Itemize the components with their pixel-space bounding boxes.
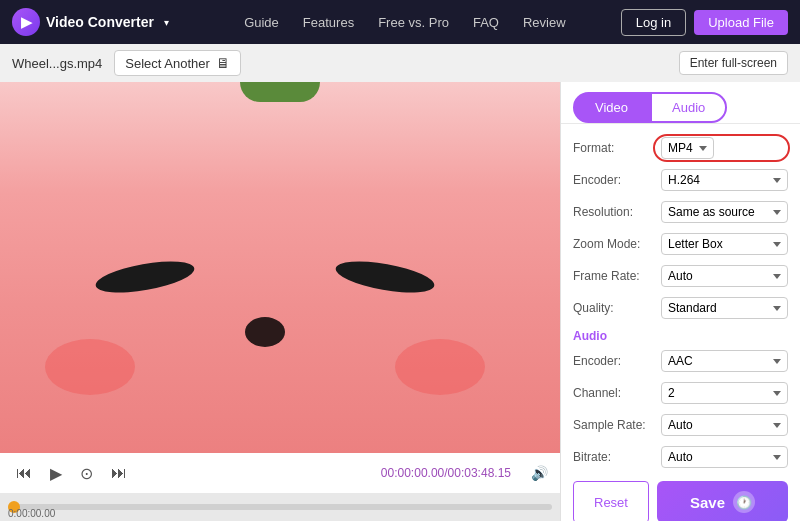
video-preview <box>0 82 560 453</box>
app-name: Video Converter <box>46 14 154 30</box>
samplerate-select[interactable]: Auto <box>661 414 788 436</box>
time-total: 00:03:48.15 <box>448 466 511 480</box>
upload-file-button[interactable]: Upload File <box>694 10 788 35</box>
framerate-select[interactable]: Auto <box>661 265 788 287</box>
save-button[interactable]: Save 🕐 <box>657 481 788 521</box>
stop-button[interactable]: ⊙ <box>76 462 97 485</box>
encoder-select[interactable]: H.264 <box>661 169 788 191</box>
samplerate-row: Sample Rate: Auto <box>561 409 800 441</box>
fullscreen-button[interactable]: Enter full-screen <box>679 51 788 75</box>
bitrate-row: Bitrate: Auto <box>561 441 800 473</box>
tab-row: Video Audio <box>561 82 800 124</box>
resolution-row: Resolution: Same as source <box>561 196 800 228</box>
progress-track[interactable] <box>8 504 552 510</box>
bitrate-select[interactable]: Auto <box>661 446 788 468</box>
encoder-label: Encoder: <box>573 173 653 187</box>
format-select[interactable]: MP4 <box>661 137 714 159</box>
encoder-row: Encoder: H.264 <box>561 164 800 196</box>
quality-row: Quality: Standard <box>561 292 800 324</box>
video-frame <box>0 82 560 453</box>
file-name-label: Wheel...gs.mp4 <box>12 56 102 71</box>
monitor-icon: 🖥 <box>216 55 230 71</box>
bottom-actions: Reset Save 🕐 <box>561 473 800 521</box>
nav-link-review[interactable]: Review <box>523 15 566 30</box>
select-another-label: Select Another <box>125 56 210 71</box>
nav-links: Guide Features Free vs. Pro FAQ Review <box>189 15 621 30</box>
player-controls: ⏮ ▶ ⊙ ⏭ 00:00:00.00/00:03:48.15 🔊 <box>0 453 560 493</box>
audio-encoder-select[interactable]: AAC <box>661 350 788 372</box>
channel-select[interactable]: 2 <box>661 382 788 404</box>
rewind-button[interactable]: ⏮ <box>12 462 36 484</box>
format-wrapper: MP4 <box>661 137 788 159</box>
format-row: Format: MP4 <box>561 132 800 164</box>
zoom-label: Zoom Mode: <box>573 237 653 251</box>
svg-point-4 <box>395 339 485 395</box>
samplerate-label: Sample Rate: <box>573 418 653 432</box>
format-label: Format: <box>573 141 653 155</box>
audio-encoder-row: Encoder: AAC <box>561 345 800 377</box>
channel-row: Channel: 2 <box>561 377 800 409</box>
nav-dropdown-icon[interactable]: ▾ <box>164 17 169 28</box>
svg-point-2 <box>245 317 285 347</box>
settings-panel: Video Audio Format: MP4 Encoder: H.264 R… <box>560 82 800 521</box>
zoom-select[interactable]: Letter Box <box>661 233 788 255</box>
logo-area[interactable]: ▶ Video Converter ▾ <box>12 8 169 36</box>
main-area: ⏮ ▶ ⊙ ⏭ 00:00:00.00/00:03:48.15 🔊 0:00:0… <box>0 82 800 521</box>
svg-point-0 <box>94 256 197 299</box>
skip-button[interactable]: ⏭ <box>107 462 131 484</box>
nav-actions: Log in Upload File <box>621 9 788 36</box>
nav-link-features[interactable]: Features <box>303 15 354 30</box>
logo-icon: ▶ <box>12 8 40 36</box>
zoom-row: Zoom Mode: Letter Box <box>561 228 800 260</box>
quality-label: Quality: <box>573 301 653 315</box>
framerate-label: Frame Rate: <box>573 269 653 283</box>
tab-video[interactable]: Video <box>573 92 650 123</box>
framerate-row: Frame Rate: Auto <box>561 260 800 292</box>
volume-icon[interactable]: 🔊 <box>531 465 548 481</box>
audio-section-label: Audio <box>561 324 800 345</box>
progress-bar-container[interactable]: 0:00:00.00 <box>0 493 560 521</box>
face-svg <box>0 82 560 453</box>
svg-point-3 <box>45 339 135 395</box>
top-navigation: ▶ Video Converter ▾ Guide Features Free … <box>0 0 800 44</box>
time-left: 0:00:00.00 <box>8 508 55 519</box>
svg-point-1 <box>334 256 437 299</box>
bitrate-label: Bitrate: <box>573 450 653 464</box>
nav-link-faq[interactable]: FAQ <box>473 15 499 30</box>
save-label: Save <box>690 494 725 511</box>
toolbar: Wheel...gs.mp4 Select Another 🖥 Enter fu… <box>0 44 800 82</box>
resolution-label: Resolution: <box>573 205 653 219</box>
login-button[interactable]: Log in <box>621 9 686 36</box>
time-current: 00:00:00.00 <box>381 466 444 480</box>
play-button[interactable]: ▶ <box>46 462 66 485</box>
clock-icon: 🕐 <box>733 491 755 513</box>
resolution-select[interactable]: Same as source <box>661 201 788 223</box>
channel-label: Channel: <box>573 386 653 400</box>
time-display: 00:00:00.00/00:03:48.15 <box>381 466 511 480</box>
nav-link-guide[interactable]: Guide <box>244 15 279 30</box>
select-another-button[interactable]: Select Another 🖥 <box>114 50 241 76</box>
quality-select[interactable]: Standard <box>661 297 788 319</box>
tab-audio[interactable]: Audio <box>650 92 727 123</box>
audio-encoder-label: Encoder: <box>573 354 653 368</box>
video-section: ⏮ ▶ ⊙ ⏭ 00:00:00.00/00:03:48.15 🔊 0:00:0… <box>0 82 560 521</box>
reset-button[interactable]: Reset <box>573 481 649 521</box>
nav-link-free-vs-pro[interactable]: Free vs. Pro <box>378 15 449 30</box>
